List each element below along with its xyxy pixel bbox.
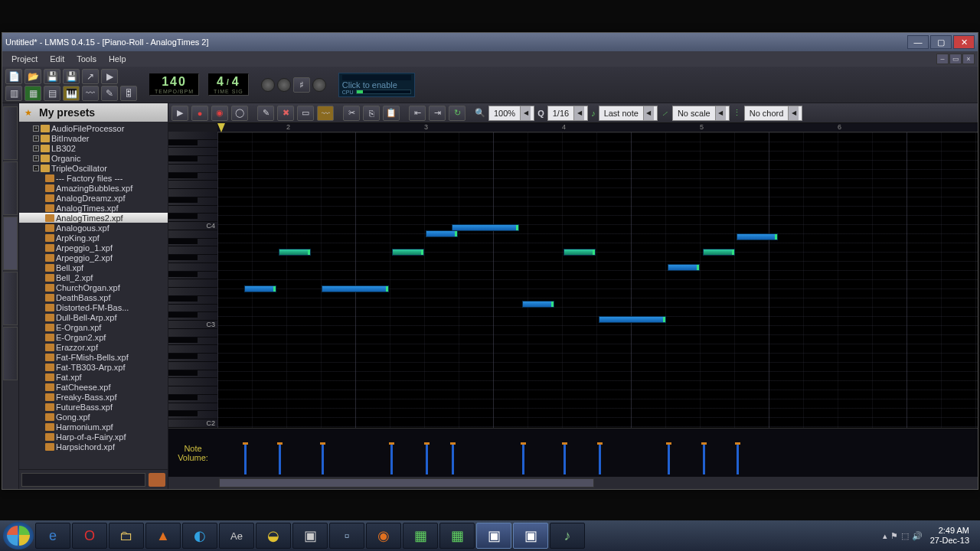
tree-folder[interactable]: +AudioFileProcessor: [19, 123, 168, 133]
tree-file[interactable]: DeathBass.xpf: [19, 292, 168, 302]
zoom-combo[interactable]: 100%◀: [488, 106, 534, 121]
task-vlc[interactable]: ▲: [145, 523, 181, 549]
paste-button[interactable]: 📋: [383, 106, 400, 121]
tree-file[interactable]: Distorted-FM-Bas...: [19, 302, 168, 312]
scale-combo[interactable]: No scale◀: [672, 106, 730, 121]
song-editor-button[interactable]: ▥: [5, 86, 22, 101]
fx-mixer-button[interactable]: ▤: [44, 86, 60, 101]
tree-file[interactable]: Harpsichord.xpf: [19, 442, 168, 452]
forward-button[interactable]: ⇥: [429, 106, 446, 121]
system-tray[interactable]: ▴ ⚑ ⬚ 🔊 2:49 AM27-Dec-13: [880, 526, 977, 546]
play-button[interactable]: ▶: [101, 69, 118, 84]
tree-file[interactable]: AmazingBubbles.xpf: [19, 183, 168, 193]
scrollbar-thumb[interactable]: [219, 478, 594, 487]
close-button[interactable]: ✕: [953, 35, 975, 49]
tree-folder[interactable]: +Organic: [19, 153, 168, 163]
menu-edit[interactable]: Edit: [44, 53, 70, 65]
midi-note[interactable]: [564, 249, 596, 256]
task-firefox[interactable]: ◉: [366, 523, 401, 549]
search-button[interactable]: [149, 473, 165, 487]
tree-file[interactable]: Bell.xpf: [19, 262, 168, 272]
midi-note[interactable]: [452, 224, 519, 231]
tree-file[interactable]: FutureBass.xpf: [19, 402, 168, 412]
tree-file[interactable]: AnalogTimes.xpf: [19, 203, 168, 213]
tree-file[interactable]: Arpeggio_1.xpf: [19, 243, 168, 253]
tree-file[interactable]: --- Factory files ---: [19, 173, 168, 183]
midi-note[interactable]: [279, 249, 311, 256]
tree-file[interactable]: Freaky-Bass.xpf: [19, 392, 168, 402]
task-window1[interactable]: ▦: [403, 523, 438, 549]
midi-note[interactable]: [599, 316, 666, 323]
tree-file[interactable]: AnalogDreamz.xpf: [19, 193, 168, 203]
back-button[interactable]: ⇤: [409, 106, 426, 121]
menu-project[interactable]: Project: [5, 53, 44, 65]
volume-bar[interactable]: [322, 444, 324, 474]
tree-file[interactable]: ChurchOrgan.xpf: [19, 282, 168, 292]
save-button[interactable]: 💾: [44, 69, 60, 84]
tree-file[interactable]: E-Organ2.xpf: [19, 332, 168, 342]
controller-button[interactable]: 🎛: [120, 86, 137, 101]
volume-bar[interactable]: [279, 444, 281, 474]
tree-file[interactable]: Gong.xpf: [19, 412, 168, 422]
midi-note[interactable]: [668, 264, 700, 271]
task-cmd[interactable]: ▣: [292, 523, 328, 549]
volume-bar[interactable]: [564, 444, 566, 474]
draw-tool-button[interactable]: ✎: [257, 106, 274, 121]
tree-file[interactable]: AnalogTimes2.xpf: [19, 213, 168, 223]
tab-instruments[interactable]: [3, 106, 18, 160]
volume-bar[interactable]: [522, 444, 524, 474]
pr-stop-button[interactable]: ◯: [231, 106, 248, 121]
tree-folder[interactable]: +LB302: [19, 143, 168, 153]
pr-record-play-button[interactable]: ◉: [211, 106, 228, 121]
tray-flag-icon[interactable]: ⚑: [890, 531, 898, 541]
tab-computer[interactable]: [3, 327, 18, 380]
midi-note[interactable]: [244, 285, 276, 292]
new-project-button[interactable]: 📄: [5, 69, 22, 84]
taskbar[interactable]: e O 🗀 ▲ ◐ Ae ◒ ▣ ▫ ◉ ▦ ▦ ▣ ▣ ♪ ▴ ⚑ ⬚ 🔊 2…: [0, 520, 980, 551]
midi-note[interactable]: [426, 230, 458, 237]
task-window2[interactable]: ▦: [439, 523, 475, 549]
tree-file[interactable]: ArpKing.xpf: [19, 233, 168, 243]
unused-knob[interactable]: [312, 78, 326, 92]
clock[interactable]: 2:49 AM27-Dec-13: [926, 526, 974, 546]
midi-note[interactable]: [703, 249, 735, 256]
tray-expand-icon[interactable]: ▴: [883, 531, 887, 541]
menu-tools[interactable]: Tools: [70, 53, 103, 65]
open-project-button[interactable]: 📂: [24, 69, 41, 84]
volume-bar[interactable]: [703, 444, 705, 474]
tray-network-icon[interactable]: ⬚: [901, 531, 909, 541]
task-notepad[interactable]: ▫: [329, 523, 364, 549]
pr-play-button[interactable]: ▶: [172, 106, 188, 121]
tree-folder[interactable]: -TripleOscillator: [19, 163, 168, 173]
volume-bar[interactable]: [737, 444, 739, 474]
minimize-button[interactable]: —: [907, 35, 929, 49]
tab-samples[interactable]: [3, 161, 18, 215]
task-skype[interactable]: ◐: [182, 523, 217, 549]
horizontal-scrollbar[interactable]: [168, 477, 978, 489]
hq-button[interactable]: ♯: [293, 77, 310, 93]
task-lmms-2[interactable]: ▣: [513, 523, 548, 549]
midi-note[interactable]: [522, 301, 554, 308]
cut-button[interactable]: ✂: [343, 106, 360, 121]
titlebar[interactable]: Untitled* - LMMS 0.4.15 - [Piano-Roll - …: [2, 33, 978, 51]
erase-tool-button[interactable]: ✖: [277, 106, 294, 121]
tree-file[interactable]: Fat-TB303-Arp.xpf: [19, 362, 168, 372]
tree-file[interactable]: Analogous.xpf: [19, 223, 168, 233]
tree-file[interactable]: Arpeggio_2.xpf: [19, 253, 168, 262]
preset-tree[interactable]: +AudioFileProcessor+BitInvader+LB302+Org…: [19, 122, 168, 469]
loop-button[interactable]: ↻: [449, 106, 466, 121]
task-lmms-1[interactable]: ▣: [476, 523, 511, 549]
task-ae[interactable]: Ae: [219, 523, 254, 549]
bb-editor-button[interactable]: ▦: [24, 86, 41, 101]
master-pitch-knob[interactable]: [277, 78, 291, 92]
midi-note[interactable]: [737, 233, 778, 240]
save-as-button[interactable]: 💾: [63, 69, 80, 84]
menu-help[interactable]: Help: [103, 53, 132, 65]
task-lmms-3[interactable]: ♪: [550, 523, 585, 549]
timesig-display[interactable]: 4 / 4 TIME SIG: [208, 73, 249, 96]
chord-combo[interactable]: No chord◀: [744, 106, 803, 121]
automation-button[interactable]: 〰: [82, 86, 99, 101]
tree-file[interactable]: Harmonium.xpf: [19, 422, 168, 432]
detune-tool-button[interactable]: 〰: [317, 106, 334, 121]
tree-file[interactable]: Erazzor.xpf: [19, 342, 168, 352]
